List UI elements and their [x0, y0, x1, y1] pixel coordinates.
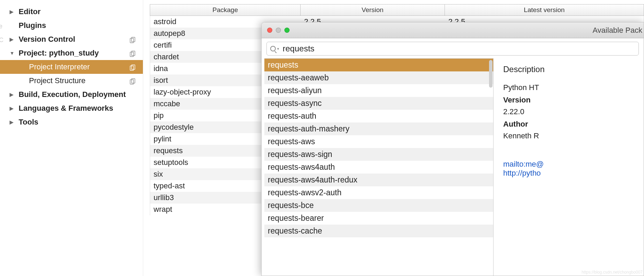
window-close-button[interactable] — [267, 28, 272, 33]
window-title: Available Pack — [593, 26, 642, 35]
chevron-right-icon: ▶ — [10, 92, 14, 97]
svg-rect-4 — [130, 66, 134, 70]
package-mail-link[interactable]: mailto:me@ — [503, 160, 644, 169]
description-heading: Description — [503, 65, 644, 74]
result-item[interactable]: requests-auth — [264, 110, 493, 122]
sidebar-item-languages-frameworks[interactable]: ▶Languages & Frameworks — [0, 101, 143, 115]
settings-tree: ▶EditorPlugins▶Version Control▼Project: … — [0, 0, 143, 129]
result-item[interactable]: requests-aeaweb — [264, 71, 493, 84]
version-label: Version — [503, 96, 644, 105]
copy-profile-icon — [130, 64, 135, 70]
sidebar-item-label: Project: python_study — [19, 49, 99, 58]
result-item[interactable]: requests-auth-mashery — [264, 122, 493, 135]
result-item[interactable]: requests-cache — [264, 225, 493, 237]
search-results-list[interactable]: requestsrequests-aeawebrequests-aliyunre… — [264, 58, 494, 276]
sidebar-item-editor[interactable]: ▶Editor — [0, 5, 143, 19]
sidebar-item-label: Plugins — [19, 21, 46, 30]
author-label: Author — [503, 120, 644, 129]
package-version: 2.22.0 — [503, 107, 644, 116]
result-item[interactable]: requests — [264, 59, 493, 71]
svg-rect-0 — [130, 38, 134, 43]
copy-profile-icon — [130, 50, 135, 56]
settings-sidebar: eCa ▶EditorPlugins▶Version Control▼Proje… — [0, 0, 143, 276]
package-description: Python HT — [503, 83, 644, 92]
result-item[interactable]: requests-aliyun — [264, 84, 493, 97]
copy-profile-icon — [130, 36, 135, 42]
col-package[interactable]: Package — [150, 4, 301, 16]
sidebar-item-plugins[interactable]: Plugins — [0, 19, 143, 32]
chevron-down-icon: ▼ — [10, 50, 14, 56]
result-item[interactable]: requests-bearer — [264, 212, 493, 225]
search-input[interactable] — [283, 44, 635, 53]
sidebar-item-label: Build, Execution, Deployment — [19, 90, 126, 99]
svg-rect-3 — [131, 51, 135, 56]
package-author: Kenneth R — [503, 131, 644, 140]
svg-rect-2 — [130, 52, 134, 57]
watermark: https://blog.csdn.net/chongbo007 — [582, 270, 643, 275]
result-item[interactable]: requests-aws-sign — [264, 148, 493, 161]
chevron-right-icon: ▶ — [10, 37, 14, 42]
result-item[interactable]: requests-aws — [264, 135, 493, 148]
result-item[interactable]: requests-bce — [264, 199, 493, 212]
sidebar-item-label: Editor — [19, 7, 41, 16]
sidebar-item-label: Version Control — [19, 35, 75, 44]
chevron-right-icon: ▶ — [10, 106, 14, 111]
svg-rect-5 — [131, 65, 135, 69]
sidebar-item-project-interpreter[interactable]: Project Interpreter — [0, 60, 143, 74]
sidebar-item-label: Project Interpreter — [29, 62, 90, 71]
search-options-dropdown-icon[interactable]: ▾ — [277, 47, 279, 51]
svg-rect-6 — [130, 80, 134, 84]
result-item[interactable]: requests-awsv2-auth — [264, 186, 493, 199]
sidebar-item-build-execution-deployment[interactable]: ▶Build, Execution, Deployment — [0, 88, 143, 101]
window-zoom-button[interactable] — [284, 28, 290, 33]
package-details-panel: Description Python HT Version 2.22.0 Aut… — [494, 58, 644, 276]
svg-rect-7 — [131, 79, 135, 83]
table-header: Package Version Latest version — [150, 4, 644, 16]
available-packages-window: Available Pack ▾ requestsrequests-aeaweb… — [261, 22, 644, 276]
package-site-link[interactable]: http://pytho — [503, 169, 644, 178]
sidebar-item-label: Languages & Frameworks — [19, 104, 113, 113]
chevron-right-icon: ▶ — [10, 9, 14, 14]
sidebar-item-project-python-study[interactable]: ▼Project: python_study — [0, 46, 143, 60]
sidebar-item-tools[interactable]: ▶Tools — [0, 115, 143, 129]
chevron-right-icon: ▶ — [10, 119, 14, 125]
package-search-field[interactable]: ▾ — [266, 42, 639, 56]
col-version[interactable]: Version — [301, 4, 445, 16]
svg-rect-1 — [131, 37, 135, 42]
sidebar-item-label: Tools — [19, 118, 38, 127]
window-minimize-button[interactable] — [276, 28, 281, 33]
result-item[interactable]: requests-aws4auth — [264, 161, 493, 174]
search-icon — [270, 46, 276, 51]
scrollbar[interactable] — [489, 60, 492, 88]
window-titlebar[interactable]: Available Pack — [262, 22, 644, 38]
sidebar-item-version-control[interactable]: ▶Version Control — [0, 32, 143, 46]
result-item[interactable]: requests-aws4auth-redux — [264, 174, 493, 186]
col-latest[interactable]: Latest version — [445, 4, 644, 16]
copy-profile-icon — [130, 78, 135, 84]
result-item[interactable]: requests-async — [264, 97, 493, 110]
sidebar-item-project-structure[interactable]: Project Structure — [0, 74, 143, 88]
sidebar-item-label: Project Structure — [29, 76, 86, 85]
